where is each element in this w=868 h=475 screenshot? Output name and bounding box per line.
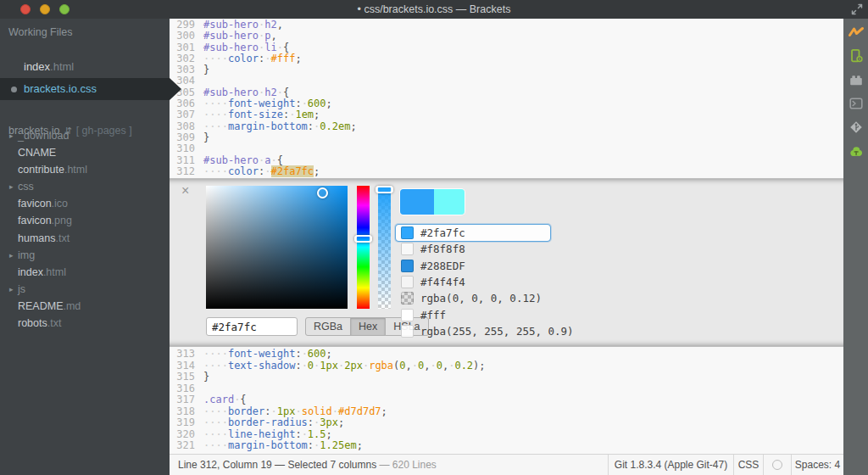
color-swatch-item[interactable]: #f4f4f4 <box>396 274 550 290</box>
color-swatch-item[interactable]: #288EDF <box>396 258 550 274</box>
tree-item-file[interactable]: README.md <box>0 298 170 315</box>
code-line[interactable]: 308····margin-bottom:·0.2em; <box>170 121 843 132</box>
code-line[interactable]: 309} <box>170 132 843 143</box>
tree-item-file[interactable]: humans.txt <box>0 230 170 247</box>
code-token: font-size <box>228 109 283 120</box>
opacity-slider[interactable] <box>378 186 391 309</box>
code-token: border <box>228 405 264 417</box>
saturation-value-square[interactable] <box>206 186 348 309</box>
code-line[interactable]: 304 <box>170 75 843 87</box>
lint-status[interactable] <box>763 455 791 475</box>
language-status[interactable]: CSS <box>733 455 763 475</box>
line-number: 300 <box>170 31 203 42</box>
working-file-item[interactable]: index.html <box>0 56 170 78</box>
code-line[interactable]: 316 <box>170 383 843 395</box>
tree-item-file[interactable]: index.html <box>0 264 170 281</box>
tree-item-folder[interactable]: ▸js <box>0 281 170 298</box>
code-token: ; <box>357 439 363 451</box>
code-token: : <box>295 98 301 109</box>
code-token: ···· <box>203 360 228 372</box>
code-line[interactable]: 303} <box>170 64 843 75</box>
opacity-slider-handle[interactable] <box>376 186 393 193</box>
code-line[interactable]: 302····color:·#fff; <box>170 53 843 64</box>
sync-cloud-icon[interactable] <box>849 143 864 159</box>
code-line[interactable]: 311#sub-hero·a·{ <box>170 155 843 166</box>
color-swatch-item[interactable]: #fff <box>396 306 550 322</box>
tree-item-file[interactable]: CNAME <box>0 144 170 161</box>
code-line[interactable]: 307····font-size:·1em; <box>170 109 843 120</box>
expand-icon[interactable] <box>851 3 863 15</box>
code-line[interactable]: 305#sub-hero·h2·{ <box>170 87 843 98</box>
code-token: { <box>283 87 289 98</box>
code-line[interactable]: 301#sub-hero·li·{ <box>170 42 843 53</box>
code-line[interactable]: 299#sub-hero·h2, <box>170 20 843 31</box>
terminal-icon[interactable] <box>849 96 864 111</box>
code-token: : <box>308 416 314 428</box>
tree-item-folder[interactable]: ▸_download <box>0 127 170 144</box>
code-line[interactable]: 310 <box>170 143 843 154</box>
color-value-input[interactable] <box>206 317 298 336</box>
hex-format-button[interactable]: Hex <box>350 317 386 336</box>
color-swatch-item[interactable]: rgba(0, 0, 0, 0.12) <box>396 290 550 306</box>
code-token: 600 <box>308 348 326 360</box>
indent-setting-status[interactable]: Spaces: 4 <box>791 455 843 475</box>
tree-item-file[interactable]: robots.txt <box>0 315 170 332</box>
code-token: #sub-hero <box>203 87 259 98</box>
tree-item-file[interactable]: favicon.png <box>0 212 170 229</box>
hue-slider-handle[interactable] <box>354 235 372 243</box>
color-swatch-label: #fff <box>420 309 446 321</box>
color-swatch-item[interactable]: rgba(255, 255, 255, 0.9) <box>396 323 550 339</box>
inline-color-editor: × RGBa Hex HSLa #2fa7fc#f8f8f8#288EDF#f4… <box>170 178 843 347</box>
lint-indicator-icon <box>772 460 782 470</box>
code-line[interactable]: 317.card·{ <box>170 394 843 406</box>
folder-disclosure-icon: ▸ <box>9 247 14 264</box>
color-swatch-item[interactable]: #2fa7fc <box>396 225 550 241</box>
code-line[interactable]: 313····font-weight:·600; <box>170 349 843 360</box>
rgba-format-button[interactable]: RGBa <box>305 317 351 336</box>
editor-pane-top[interactable]: 299#sub-hero·h2,300#sub-hero·p,301#sub-h… <box>170 19 843 178</box>
file-name: favicon <box>18 198 52 210</box>
tree-item-folder[interactable]: ▸css <box>0 178 170 195</box>
code-line[interactable]: 314····text-shadow:·0·1px·2px·rgba(0,·0,… <box>170 360 843 372</box>
code-line[interactable]: 320····line-height:·1.5; <box>170 429 843 441</box>
working-file-item[interactable]: brackets.io.css <box>0 78 170 100</box>
hue-slider[interactable] <box>357 186 370 309</box>
git-version-status[interactable]: Git 1.8.3.4 (Apple Git-47) <box>608 455 733 475</box>
file-name: humans <box>18 232 55 244</box>
code-token: , <box>406 360 412 372</box>
file-name: README <box>18 300 63 312</box>
tree-item-folder[interactable]: ▸img <box>0 247 170 264</box>
code-line[interactable]: 312····color:·#2fa7fc; <box>170 166 843 177</box>
code-token: color <box>228 53 259 64</box>
extension-manager-icon[interactable] <box>849 72 864 87</box>
code-token: #sub-hero <box>203 154 259 166</box>
tree-item-file[interactable]: favicon.ico <box>0 195 170 212</box>
code-token: ; <box>314 109 320 120</box>
line-number: 315 <box>170 372 203 383</box>
line-number: 310 <box>170 143 203 154</box>
live-preview-icon[interactable] <box>849 25 864 40</box>
line-number: 318 <box>170 406 203 418</box>
code-line[interactable]: 306····font-weight:·600; <box>170 98 843 109</box>
color-swatch-label: #2fa7fc <box>420 226 465 239</box>
tree-item-file[interactable]: contribute.html <box>0 161 170 178</box>
code-token: ; <box>350 120 356 132</box>
recent-colors-list: #2fa7fc#f8f8f8#288EDF#f4f4f4rgba(0, 0, 0… <box>396 225 550 339</box>
git-icon[interactable] <box>849 120 864 135</box>
mobile-preview-icon[interactable] <box>849 48 864 64</box>
code-token: { <box>240 394 246 405</box>
color-swatch-label: rgba(255, 255, 255, 0.9) <box>420 325 574 338</box>
code-token: ; <box>295 53 301 64</box>
code-line[interactable]: 321····margin-bottom:·1.25em; <box>170 440 843 452</box>
editor-pane-bottom[interactable]: 313····font-weight:·600;314····text-shad… <box>170 347 843 454</box>
code-line[interactable]: 319····border-radius:·3px; <box>170 417 843 429</box>
color-swatch-item[interactable]: #f8f8f8 <box>396 241 550 257</box>
close-icon[interactable]: × <box>181 184 189 198</box>
code-line[interactable]: 318····border:·1px·solid·#d7d7d7; <box>170 406 843 418</box>
code-line[interactable]: 315} <box>170 372 843 383</box>
file-name: index <box>24 60 50 73</box>
code-token: ); <box>473 360 485 372</box>
code-line[interactable]: 300#sub-hero·p, <box>170 31 843 42</box>
saturation-picker-handle[interactable] <box>317 187 328 198</box>
code-token: : <box>295 348 301 360</box>
